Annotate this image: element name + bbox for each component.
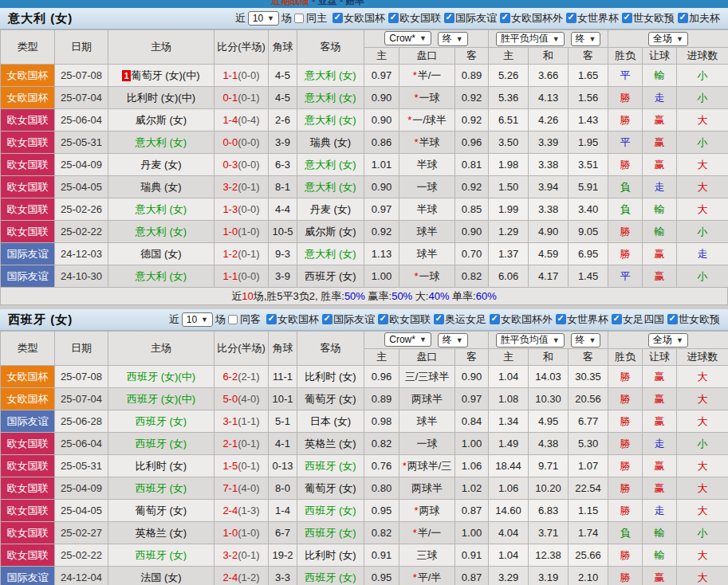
away-team-cell: 意大利 (女): [297, 176, 364, 198]
col-avg-home: 主: [489, 349, 529, 366]
corner-count: 11-1: [269, 366, 297, 388]
avg-stage-select[interactable]: 终▼: [571, 333, 601, 347]
handicap-line: 球半: [399, 243, 455, 265]
avg-type-select[interactable]: 胜平负均值▼: [496, 333, 565, 347]
handicap-away-odds: 0.96: [455, 132, 489, 154]
league-filter: 奥运女足: [434, 313, 486, 325]
recent-count-select[interactable]: 10▼: [182, 312, 213, 327]
bookmaker-select[interactable]: Crow*▼: [384, 332, 431, 347]
handicap-line: *一球: [399, 87, 455, 109]
league-checkbox[interactable]: [378, 314, 388, 324]
league-checkbox[interactable]: [266, 314, 277, 324]
league-checkbox[interactable]: [490, 314, 500, 324]
avg-away-odds: 3.51: [569, 154, 608, 176]
league-checkbox[interactable]: [434, 314, 444, 324]
handicap-away-odds: 0.90: [455, 366, 489, 388]
fulltime-score: 1-5: [222, 460, 238, 472]
home-team-name: 西班牙 (女)(中): [127, 371, 195, 383]
avg-home-odds: 1.04: [489, 366, 529, 388]
nav-link-odds[interactable]: - 亚盘 - 赔率: [309, 0, 364, 6]
corner-count: 19-2: [269, 544, 297, 567]
col-corner: 角球: [269, 332, 297, 366]
same-venue-checkbox[interactable]: [228, 315, 238, 324]
nav-link-recent[interactable]: 近期战绩: [271, 0, 309, 6]
handicap-line: *平/半: [399, 567, 455, 585]
score-cell: 1-5(0-1): [214, 455, 269, 477]
league-checkbox[interactable]: [678, 13, 688, 23]
home-team-name: 葡萄牙 (女): [136, 505, 187, 516]
avg-home-odds: 1.37: [489, 243, 529, 265]
goals-result-flag: 大: [677, 388, 728, 410]
league-checkbox[interactable]: [667, 314, 678, 324]
match-row: 国际友谊25-06-28西班牙 (女)3-1(1-1)5-1日本 (女)0.98…: [1, 410, 728, 433]
league-checkbox[interactable]: [333, 13, 343, 23]
summary-text: 赢率:: [365, 290, 392, 302]
handicap-text: 球半: [417, 248, 438, 260]
goals-result-flag: 大: [677, 176, 728, 198]
result-flag: 勝: [608, 544, 643, 567]
goals-result-flag: 大: [677, 366, 728, 388]
league-checkbox[interactable]: [500, 13, 510, 23]
fulltime-score: 1-1: [222, 270, 238, 282]
summary-text: 50%: [392, 290, 412, 302]
result-flag: 勝: [608, 388, 643, 410]
col-away: 客场: [297, 30, 364, 65]
goals-result-flag: 大: [677, 567, 728, 585]
handicap-group-header: Crow*▼终▼: [364, 30, 489, 48]
home-team-cell: 英格兰 (女): [108, 522, 214, 544]
recent-count-select[interactable]: 10▼: [248, 11, 279, 26]
avg-type-select[interactable]: 胜平负均值▼: [496, 32, 565, 46]
avg-draw-odds: 3.19: [529, 567, 569, 585]
goals-result-flag: 大: [677, 410, 728, 433]
scope-select[interactable]: 全场▼: [648, 333, 688, 347]
handicap-text: 半/一: [418, 69, 442, 81]
avg-home-odds: 3.50: [489, 132, 529, 154]
match-row: 国际友谊24-12-04法国 (女)2-4(1-2)3-3西班牙 (女)0.95…: [1, 567, 728, 585]
score-cell: 1-3(0-0): [214, 198, 269, 221]
avg-draw-odds: 10.20: [529, 477, 569, 500]
halftime-score: (4-0): [238, 482, 259, 494]
handicap-text: 一球: [419, 92, 440, 104]
same-venue-label: 同主: [306, 11, 327, 26]
competition-badge: 欧女国联: [1, 198, 55, 221]
summary-text: 场,胜5平3负2, 胜率:: [254, 290, 344, 302]
scope-select[interactable]: 全场▼: [648, 32, 688, 46]
col-date: 日期: [55, 332, 108, 366]
bookmaker-select[interactable]: Crow*▼: [384, 31, 431, 45]
score-cell: 1-4(0-4): [214, 109, 269, 132]
same-venue-checkbox[interactable]: [294, 14, 304, 23]
handicap-line: 半球: [399, 154, 455, 176]
avg-draw-odds: 4.59: [529, 243, 569, 265]
league-checkbox[interactable]: [322, 314, 333, 324]
odds-stage-select[interactable]: 终▼: [438, 333, 468, 347]
league-checkbox[interactable]: [388, 13, 399, 23]
match-date: 25-05-31: [55, 455, 108, 477]
odds-stage-select[interactable]: 终▼: [438, 32, 468, 46]
handicap-text: 半/一: [418, 527, 442, 539]
changed-line-marker: *: [414, 136, 418, 148]
avg-stage-select[interactable]: 终▼: [571, 32, 601, 46]
col-odds-home: 主: [364, 48, 399, 65]
league-checkbox[interactable]: [556, 314, 566, 324]
handicap-home-odds: 1.13: [364, 243, 399, 265]
result-flag: 負: [608, 522, 643, 544]
home-team-name: 葡萄牙 (女)(中): [132, 69, 200, 81]
top-nav-links[interactable]: 近期战绩 - 亚盘 - 赔率: [271, 0, 364, 8]
away-team-name: 丹麦 (女): [310, 203, 351, 215]
league-checkbox[interactable]: [566, 13, 576, 23]
avg-draw-odds: 12.38: [529, 544, 569, 567]
team-section-spain: 西班牙 (女) 近 10▼ 场 同客 女欧国杯国际友谊欧女国联奥运女足女欧国杯外…: [0, 309, 728, 585]
league-checkbox[interactable]: [444, 13, 455, 23]
col-avg-away: 客: [569, 349, 608, 366]
halftime-score: (1-0): [238, 527, 259, 539]
avg-home-odds: 1.49: [489, 433, 529, 455]
handicap-line: 球半: [399, 221, 455, 243]
away-team-cell: 意大利 (女): [297, 65, 364, 87]
halftime-score: (0-0): [238, 136, 259, 148]
league-checkbox[interactable]: [622, 13, 632, 23]
home-team-cell: 意大利 (女): [108, 221, 214, 243]
team-title: 西班牙 (女): [8, 312, 73, 328]
match-date: 25-04-05: [55, 176, 108, 198]
avg-draw-odds: 3.66: [529, 65, 569, 87]
league-checkbox[interactable]: [612, 314, 622, 324]
